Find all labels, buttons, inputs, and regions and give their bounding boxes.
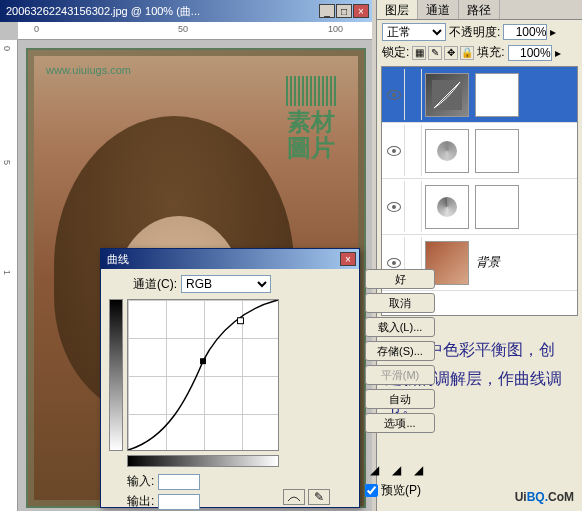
visibility-icon[interactable] [387,146,401,156]
curve-graph[interactable] [127,299,279,451]
link-column[interactable] [404,181,422,232]
layer-mask-thumb[interactable] [475,129,519,173]
load-button[interactable]: 载入(L)... [365,317,435,337]
panel-tabs: 图层 通道 路径 [377,0,582,20]
preview-checkbox[interactable] [365,484,378,497]
svg-rect-0 [200,358,206,364]
lock-move-icon[interactable]: ✥ [444,46,458,60]
layer-mask-thumb[interactable] [475,185,519,229]
layer-row-colorbalance[interactable] [382,123,577,179]
lock-transparent-icon[interactable]: ▦ [412,46,426,60]
tab-layers[interactable]: 图层 [377,0,418,19]
ok-button[interactable]: 好 [365,269,435,289]
eyedropper-black-icon[interactable]: ◢ [370,463,386,479]
ruler-horizontal[interactable]: 0 50 100 [18,22,372,40]
auto-button[interactable]: 自动 [365,389,435,409]
smooth-button: 平滑(M) [365,365,435,385]
barcode-icon [286,76,336,106]
layer-mask-thumb[interactable] [475,73,519,117]
document-titlebar[interactable]: 20063262243156302.jpg @ 100% (曲... _ □ × [0,0,372,22]
cancel-button[interactable]: 取消 [365,293,435,313]
curves-dialog: 曲线 × 通道(C): RGB 输入: 输出: ✎ [100,248,360,508]
curve-pencil-tool[interactable]: ✎ [308,489,330,505]
fill-label: 填充: [477,44,504,61]
ruler-vertical[interactable]: 0 5 1 [0,40,18,511]
minimize-button[interactable]: _ [319,4,335,18]
gradient-vertical [109,299,123,451]
preview-label: 预览(P) [381,482,421,499]
eyedropper-white-icon[interactable]: ◢ [414,463,430,479]
visibility-icon[interactable] [387,90,401,100]
channel-label: 通道(C): [133,276,177,293]
decoration-block: 素材圖片 [276,76,346,162]
layer-name[interactable]: 背景 [472,254,575,271]
output-field[interactable] [158,494,200,510]
visibility-icon[interactable] [387,202,401,212]
input-field[interactable] [158,474,200,490]
lock-brush-icon[interactable]: ✎ [428,46,442,60]
input-label: 输入: [127,473,154,490]
link-column[interactable] [404,125,422,176]
curves-title: 曲线 [104,252,340,267]
link-column[interactable] [404,69,422,120]
maximize-button[interactable]: □ [336,4,352,18]
curve-point-tool[interactable] [283,489,305,505]
dropdown-icon[interactable]: ▸ [555,46,561,60]
lock-all-icon[interactable]: 🔒 [460,46,474,60]
opacity-field[interactable] [503,24,547,40]
output-label: 输出: [127,493,154,510]
visibility-icon[interactable] [387,258,401,268]
curves-close-button[interactable]: × [340,252,356,266]
gradient-horizontal [127,455,279,467]
curves-titlebar[interactable]: 曲线 × [101,249,359,269]
save-button[interactable]: 存储(S)... [365,341,435,361]
layer-thumb-colorbalance[interactable] [425,129,469,173]
close-button[interactable]: × [353,4,369,18]
watermark-text: www.uiuiugs.com [46,64,131,76]
opacity-label: 不透明度: [449,24,500,41]
fill-field[interactable] [508,45,552,61]
dropdown-icon[interactable]: ▸ [550,25,556,39]
eyedropper-gray-icon[interactable]: ◢ [392,463,408,479]
layer-row-curves[interactable] [382,67,577,123]
layer-row-huesat[interactable] [382,179,577,235]
footer-logo: UiBQ.CoM [515,487,574,505]
channel-select[interactable]: RGB [181,275,271,293]
layer-thumb-huesat[interactable] [425,185,469,229]
options-button[interactable]: 选项... [365,413,435,433]
tab-channels[interactable]: 通道 [418,0,459,19]
decoration-text: 素材圖片 [276,109,346,162]
curve-line[interactable] [128,300,278,450]
layers-panel: 图层 通道 路径 正常 不透明度: ▸ 锁定: ▦ ✎ ✥ 🔒 填充: ▸ [376,0,582,511]
tab-paths[interactable]: 路径 [459,0,500,19]
svg-rect-1 [238,318,244,324]
document-title: 20063262243156302.jpg @ 100% (曲... [3,4,319,19]
lock-label: 锁定: [382,44,409,61]
blend-mode-select[interactable]: 正常 [382,23,446,41]
layer-thumb-curves[interactable] [425,73,469,117]
